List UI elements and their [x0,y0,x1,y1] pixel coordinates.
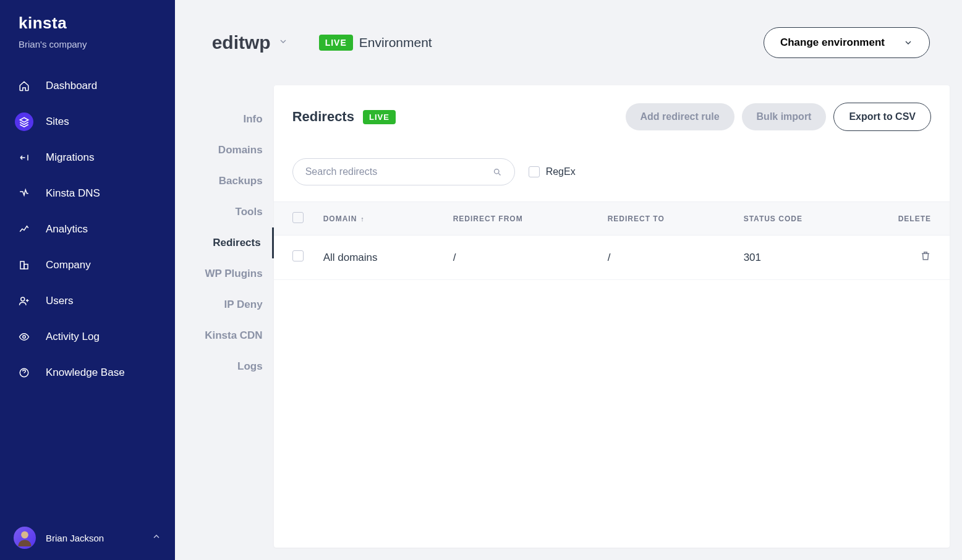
nav-analytics[interactable]: Analytics [0,211,175,247]
cell-domain: All domains [323,252,453,264]
select-all-checkbox[interactable] [292,212,304,223]
main: editwp LIVE Environment Change environme… [175,0,962,560]
svg-point-2 [21,297,25,301]
chevron-up-icon [151,532,161,544]
company-name: Brian's company [0,39,175,68]
users-icon [15,292,33,310]
nav-users[interactable]: Users [0,283,175,319]
col-domain-header[interactable]: DOMAIN ↑ [323,214,453,223]
trash-icon [920,250,931,261]
col-status-header[interactable]: STATUS CODE [744,214,898,223]
analytics-icon [15,220,33,239]
brand-logo: kinsta [0,14,175,39]
search-input[interactable] [305,166,493,177]
avatar [14,527,36,549]
nav-label: Migrations [46,151,94,164]
nav-label: Sites [46,116,69,128]
cell-to: / [608,252,744,264]
regex-label: RegEx [546,166,576,177]
change-env-label: Change environment [780,36,885,49]
svg-rect-0 [20,261,24,269]
user-footer[interactable]: Brian Jackson [0,515,175,560]
site-dropdown[interactable] [278,36,288,49]
svg-point-5 [21,532,28,539]
col-to-header[interactable]: REDIRECT TO [608,214,744,223]
col-delete-header: DELETE [898,214,931,223]
panel-header: Redirects LIVE Add redirect rule Bulk im… [274,85,950,148]
search-icon [493,168,502,177]
subnav-ip-deny[interactable]: IP Deny [175,289,274,320]
subnav-backups[interactable]: Backups [175,166,274,197]
nav-label: Analytics [46,223,88,235]
live-badge: LIVE [363,110,396,124]
svg-point-3 [23,336,26,339]
primary-nav: Dashboard Sites Migrations Kinsta DNS [0,68,175,515]
bulk-import-button[interactable]: Bulk import [742,103,827,130]
add-redirect-button[interactable]: Add redirect rule [626,103,734,130]
env-badge: LIVE [319,35,353,51]
nav-activity[interactable]: Activity Log [0,319,175,355]
nav-dns[interactable]: Kinsta DNS [0,176,175,211]
delete-button[interactable] [898,250,931,265]
help-icon [15,363,33,382]
subnav-cdn[interactable]: Kinsta CDN [175,320,274,351]
nav-label: Users [46,295,73,307]
search-box[interactable] [292,158,515,185]
nav-sites[interactable]: Sites [0,104,175,140]
col-from-header[interactable]: REDIRECT FROM [453,214,608,223]
subnav-info[interactable]: Info [175,104,274,135]
migrations-icon [15,148,33,167]
row-checkbox[interactable] [292,250,304,261]
nav-company[interactable]: Company [0,247,175,283]
nav-label: Dashboard [46,80,97,92]
chevron-down-icon [903,38,913,48]
table-header: DOMAIN ↑ REDIRECT FROM REDIRECT TO STATU… [274,202,950,235]
nav-migrations[interactable]: Migrations [0,140,175,176]
cell-status: 301 [744,252,898,264]
regex-toggle[interactable]: RegEx [529,166,576,177]
export-csv-button[interactable]: Export to CSV [833,103,931,131]
layers-icon [15,112,33,131]
company-icon [15,256,33,274]
search-row: RegEx [274,148,950,202]
panel: Redirects LIVE Add redirect rule Bulk im… [274,85,950,548]
regex-checkbox[interactable] [529,166,540,177]
eye-icon [15,328,33,346]
panel-title: Redirects [292,109,354,125]
nav-knowledge[interactable]: Knowledge Base [0,355,175,391]
user-name: Brian Jackson [46,533,142,543]
subnav-wp-plugins[interactable]: WP Plugins [175,258,274,289]
cell-from: / [453,252,608,264]
table-row[interactable]: All domains / / 301 [274,235,950,280]
sidebar: kinsta Brian's company Dashboard Sites M… [0,0,175,560]
topbar: editwp LIVE Environment Change environme… [175,0,962,85]
sort-arrow-icon: ↑ [360,215,365,223]
content: Info Domains Backups Tools Redirects WP … [175,85,962,560]
nav-dashboard[interactable]: Dashboard [0,68,175,104]
home-icon [15,77,33,95]
subnav-tools[interactable]: Tools [175,197,274,227]
nav-label: Kinsta DNS [46,187,100,200]
site-name: editwp [212,32,271,53]
subnav-domains[interactable]: Domains [175,135,274,166]
change-environment-button[interactable]: Change environment [764,27,930,58]
env-label: Environment [359,35,432,50]
nav-label: Company [46,259,91,271]
nav-label: Activity Log [46,331,100,343]
nav-label: Knowledge Base [46,367,125,379]
subnav-logs[interactable]: Logs [175,351,274,382]
subnav: Info Domains Backups Tools Redirects WP … [175,85,274,548]
svg-point-6 [494,169,499,174]
dns-icon [15,184,33,203]
subnav-redirects[interactable]: Redirects [175,227,274,258]
svg-rect-1 [24,265,28,269]
